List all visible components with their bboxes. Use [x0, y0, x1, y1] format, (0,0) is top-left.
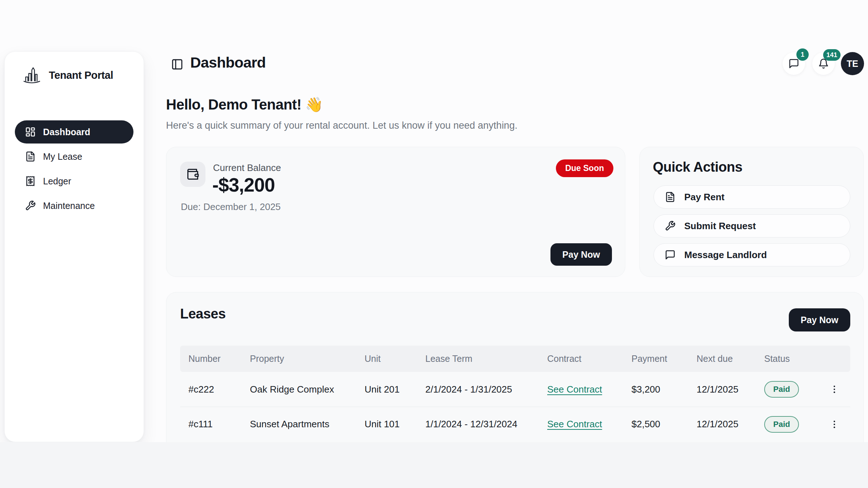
unit-cell: Unit 101: [365, 419, 425, 430]
page-bottom-strip: [0, 442, 868, 488]
messages-count-badge: 1: [796, 48, 809, 61]
table-row: #c222 Oak Ridge Complex Unit 201 2/1/202…: [180, 372, 850, 407]
wrench-icon: [665, 221, 676, 231]
tenant-portal-page: Tenant Portal Dashboard My Lease: [0, 0, 868, 488]
action-label: Pay Rent: [684, 192, 724, 203]
pay-rent-button[interactable]: Pay Rent: [654, 185, 850, 209]
table-row: #c111 Sunset Apartments Unit 101 1/1/202…: [180, 407, 850, 441]
pay-now-button[interactable]: Pay Now: [550, 243, 612, 266]
message-landlord-button[interactable]: Message Landlord: [654, 243, 850, 266]
sidebar-nav: Dashboard My Lease Ledger: [5, 120, 144, 217]
column-header-unit: Unit: [365, 354, 425, 364]
quick-actions-title: Quick Actions: [653, 159, 743, 175]
payment-cell: $2,500: [631, 419, 697, 430]
leases-card: Leases Pay Now Number Property Unit Leas…: [166, 292, 864, 462]
see-contract-link[interactable]: See Contract: [547, 384, 631, 395]
see-contract-link[interactable]: See Contract: [547, 419, 631, 430]
due-soon-badge: Due Soon: [556, 159, 613, 177]
lease-term-cell: 1/1/2024 - 12/31/2024: [425, 419, 547, 430]
sidebar-item-maintenance[interactable]: Maintenance: [15, 194, 133, 217]
message-icon: [665, 249, 676, 260]
sidebar-item-dashboard[interactable]: Dashboard: [15, 120, 133, 144]
lease-number-cell: #c222: [188, 384, 250, 395]
next-due-cell: 12/1/2025: [697, 419, 764, 430]
action-label: Submit Request: [684, 221, 756, 232]
greeting-title: Hello, Demo Tenant! 👋: [166, 96, 323, 113]
leases-title: Leases: [180, 306, 226, 322]
wallet-icon-box: [180, 162, 205, 187]
brand: Tenant Portal: [5, 52, 144, 86]
quick-actions-list: Pay Rent Submit Request Message Landlord: [654, 185, 850, 266]
column-header-number: Number: [188, 354, 250, 364]
sidebar-item-my-lease[interactable]: My Lease: [15, 145, 133, 168]
wrench-icon: [25, 200, 36, 211]
due-date-text: Due: December 1, 2025: [181, 201, 281, 213]
sidebar-item-ledger[interactable]: Ledger: [15, 170, 133, 193]
kebab-menu-icon: [829, 384, 839, 394]
balance-amount: -$3,200: [212, 174, 275, 196]
payment-cell: $3,200: [631, 384, 697, 395]
chat-bubble-icon: [788, 58, 799, 69]
lease-number-cell: #c111: [188, 419, 250, 430]
buildings-logo-icon: [21, 65, 42, 86]
brand-name: Tenant Portal: [49, 69, 113, 81]
notifications-count-badge: 141: [823, 49, 841, 61]
column-header-lease-term: Lease Term: [425, 354, 547, 364]
status-badge: Paid: [764, 381, 799, 398]
lease-term-cell: 2/1/2024 - 1/31/2025: [425, 384, 547, 395]
sidebar: Tenant Portal Dashboard My Lease: [4, 51, 144, 442]
property-cell: Oak Ridge Complex: [250, 384, 365, 395]
unit-cell: Unit 201: [365, 384, 425, 395]
sidebar-item-label: Ledger: [43, 176, 71, 187]
status-badge: Paid: [764, 416, 799, 433]
column-header-contract: Contract: [547, 354, 631, 364]
sidebar-item-label: Maintenance: [43, 201, 95, 211]
action-label: Message Landlord: [684, 249, 767, 261]
balance-label: Current Balance: [213, 162, 281, 174]
property-cell: Sunset Apartments: [250, 419, 365, 430]
leases-table: Number Property Unit Lease Term Contract…: [180, 346, 850, 441]
panel-left-icon: [171, 58, 183, 70]
next-due-cell: 12/1/2025: [697, 384, 764, 395]
page-title: Dashboard: [190, 54, 266, 71]
wallet-icon: [186, 168, 199, 181]
greeting-subtitle: Here's a quick summary of your rental ac…: [166, 120, 518, 131]
current-balance-card: Current Balance -$3,200 Due Soon Due: De…: [166, 147, 625, 277]
file-text-icon: [665, 192, 676, 202]
sidebar-toggle-button[interactable]: [169, 56, 185, 72]
row-menu-button[interactable]: [826, 416, 842, 432]
file-text-icon: [25, 151, 36, 162]
kebab-menu-icon: [829, 419, 839, 429]
sidebar-item-label: My Lease: [43, 151, 82, 162]
row-menu-button[interactable]: [826, 381, 842, 397]
sidebar-item-label: Dashboard: [43, 127, 90, 137]
column-header-payment: Payment: [631, 354, 697, 364]
receipt-icon: [25, 176, 36, 187]
quick-actions-card: Quick Actions Pay Rent Submit Request: [639, 147, 864, 277]
submit-request-button[interactable]: Submit Request: [654, 214, 850, 237]
column-header-property: Property: [250, 354, 365, 364]
column-header-status: Status: [764, 354, 818, 364]
avatar[interactable]: TE: [841, 52, 864, 75]
layout-dashboard-icon: [25, 127, 36, 137]
table-header-row: Number Property Unit Lease Term Contract…: [180, 346, 850, 372]
leases-pay-now-button[interactable]: Pay Now: [789, 308, 850, 331]
column-header-next-due: Next due: [697, 354, 764, 364]
